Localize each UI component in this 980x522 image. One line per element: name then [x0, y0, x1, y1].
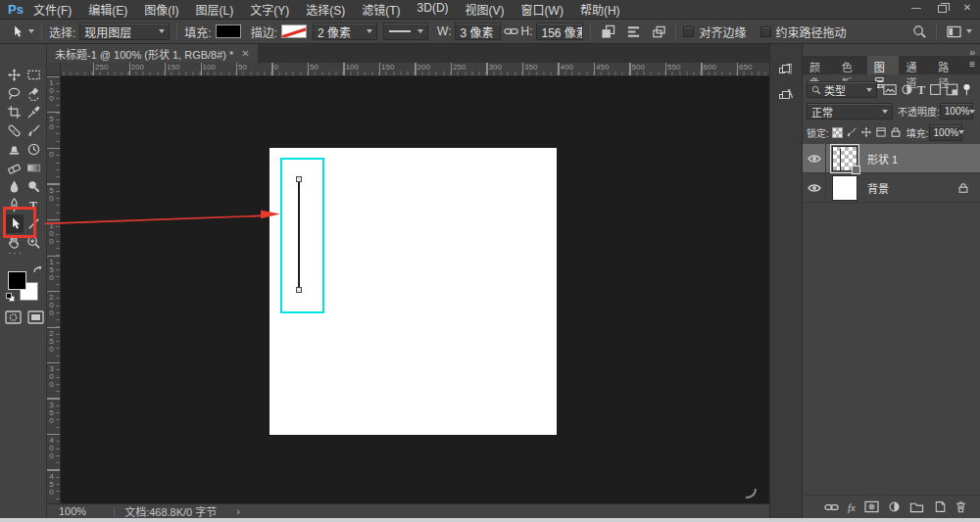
layer-row-shape-1[interactable]: 形状 1 [803, 144, 980, 173]
path-operations-icon[interactable] [598, 22, 617, 41]
constrain-path-checkbox[interactable]: 约束路径拖动 [760, 24, 847, 40]
vertical-ruler[interactable]: 10050050100150200250300350400450 [47, 76, 61, 503]
menu-item[interactable]: 编辑(E) [88, 1, 127, 18]
switch-colors-icon[interactable] [33, 265, 43, 279]
link-dimensions-icon[interactable] [501, 22, 520, 41]
screen-mode-icon[interactable] [27, 310, 44, 327]
visibility-toggle[interactable] [803, 173, 826, 202]
tool-spot-healing-brush[interactable] [4, 121, 24, 140]
lock-position-icon[interactable] [860, 126, 872, 138]
filter-adjustment-layers-icon[interactable] [901, 83, 913, 96]
edit-toolbar-icon[interactable]: ··· [8, 248, 24, 259]
tool-gradient[interactable] [24, 159, 43, 177]
link-layers-icon[interactable] [824, 502, 839, 512]
shape-height-field[interactable]: 156 像素 [536, 23, 583, 40]
layer-row-background[interactable]: 背景 [803, 173, 980, 203]
layer-name[interactable]: 形状 1 [867, 151, 898, 166]
adjustment-layer-icon[interactable] [888, 500, 901, 513]
tab-swatches[interactable]: 色板 [835, 56, 867, 74]
opacity-field[interactable]: 100% [940, 103, 973, 119]
visibility-toggle[interactable] [803, 144, 826, 172]
filter-smart-objects-icon[interactable] [946, 83, 958, 96]
panel-menu-icon[interactable]: ≡ [963, 56, 980, 74]
tab-paths[interactable]: 路径 [931, 56, 963, 74]
tool-eraser[interactable] [4, 159, 24, 177]
menu-item[interactable]: 窗口(W) [521, 1, 564, 18]
menu-item[interactable]: 文字(Y) [250, 1, 289, 18]
layer-mask-icon[interactable] [864, 500, 879, 513]
group-icon[interactable] [909, 500, 924, 513]
lock-all-icon[interactable] [890, 126, 902, 138]
path-align-icon[interactable] [623, 22, 643, 41]
align-edges-checkbox[interactable]: 对齐边缘 [683, 24, 746, 40]
filter-type-layers-icon[interactable]: T [917, 84, 925, 96]
tool-eyedropper[interactable] [24, 103, 43, 121]
workspace-switcher-icon[interactable] [944, 22, 963, 41]
status-options-icon[interactable]: › [236, 505, 240, 517]
stroke-type-dropdown[interactable] [383, 23, 428, 40]
workspace-chevron-icon[interactable] [966, 29, 972, 33]
menu-item[interactable]: 图层(L) [196, 1, 234, 18]
delete-layer-icon[interactable] [955, 500, 967, 513]
lock-artboard-icon[interactable] [875, 126, 887, 138]
paragraph-panel-icon[interactable]: ¶ [774, 58, 798, 79]
search-icon[interactable] [909, 22, 929, 41]
tab-channels[interactable]: 通道 [899, 56, 931, 74]
restore-button[interactable] [929, 0, 955, 16]
blend-mode-dropdown[interactable]: 正常 [807, 103, 893, 119]
tool-clone-stamp[interactable] [4, 140, 24, 159]
tool-blur[interactable] [4, 177, 24, 196]
minimize-button[interactable]: — [904, 0, 929, 16]
default-colors-icon[interactable] [6, 293, 15, 302]
select-mode-dropdown[interactable]: 现用图层 [79, 23, 170, 40]
stroke-color-swatch[interactable] [281, 24, 307, 38]
filter-pixel-layers-icon[interactable] [883, 83, 897, 96]
path-arrange-icon[interactable] [649, 22, 668, 41]
lock-pixels-icon[interactable] [846, 126, 858, 138]
lock-transparency-icon[interactable] [832, 127, 843, 138]
menu-item[interactable]: 视图(V) [466, 1, 505, 18]
menu-item[interactable]: 3D(D) [417, 1, 449, 18]
close-document-icon[interactable]: ✕ [241, 48, 249, 59]
tool-brush[interactable] [24, 121, 43, 140]
fill-color-swatch[interactable] [216, 24, 241, 38]
quick-mask-icon[interactable] [5, 310, 22, 327]
foreground-color-swatch[interactable] [8, 271, 26, 290]
close-button[interactable]: ✕ [955, 0, 980, 16]
tool-quick-selection[interactable] [24, 84, 43, 103]
menu-item[interactable]: 文件(F) [33, 1, 72, 18]
layer-fill-label: 填充: [906, 125, 929, 140]
tool-preset-chevron-icon[interactable] [28, 29, 34, 33]
tool-dodge[interactable] [24, 177, 43, 196]
menu-item[interactable]: 帮助(H) [580, 1, 620, 18]
layer-name[interactable]: 背景 [867, 180, 889, 196]
zoom-level[interactable]: 100% [59, 505, 86, 517]
tool-preset-icon[interactable] [6, 22, 25, 41]
character-panel-icon[interactable]: A [774, 83, 798, 105]
tab-layers[interactable]: 图层 [867, 56, 900, 74]
menu-item[interactable]: 选择(S) [306, 1, 345, 18]
stroke-width-dropdown[interactable]: 2 像素 [313, 23, 377, 40]
layer-thumbnail[interactable] [832, 175, 858, 201]
horizontal-ruler[interactable]: 2502001501005005010015020025030035040045… [61, 63, 769, 76]
document-tab[interactable]: 未标题-1 @ 100% (形状 1, RGB/8#) * ✕ [47, 44, 258, 63]
layer-style-icon[interactable]: fx [848, 501, 856, 513]
ruler-label: 0 [47, 148, 56, 184]
tool-move[interactable] [4, 66, 24, 84]
resize-corner-icon[interactable] [745, 488, 757, 502]
filter-toggle-pin-icon[interactable] [962, 83, 971, 97]
new-layer-icon[interactable] [933, 500, 946, 513]
filter-type-dropdown[interactable]: 类型 [807, 81, 877, 98]
tool-crop[interactable] [4, 103, 24, 121]
ruler-origin-corner[interactable] [47, 63, 61, 76]
tool-history-brush[interactable] [24, 140, 43, 159]
layer-fill-field[interactable]: 100% [929, 124, 962, 141]
tab-color[interactable]: 颜色 [803, 56, 835, 74]
filter-shape-layers-icon[interactable] [929, 83, 942, 96]
menu-item[interactable]: 图像(I) [144, 1, 178, 18]
menu-item[interactable]: 滤镜(T) [362, 1, 400, 18]
tool-lasso[interactable] [4, 84, 24, 103]
tool-rectangular-marquee[interactable] [24, 66, 43, 84]
layer-thumbnail[interactable] [832, 146, 858, 171]
shape-width-field[interactable]: 3 像素 [455, 23, 501, 40]
